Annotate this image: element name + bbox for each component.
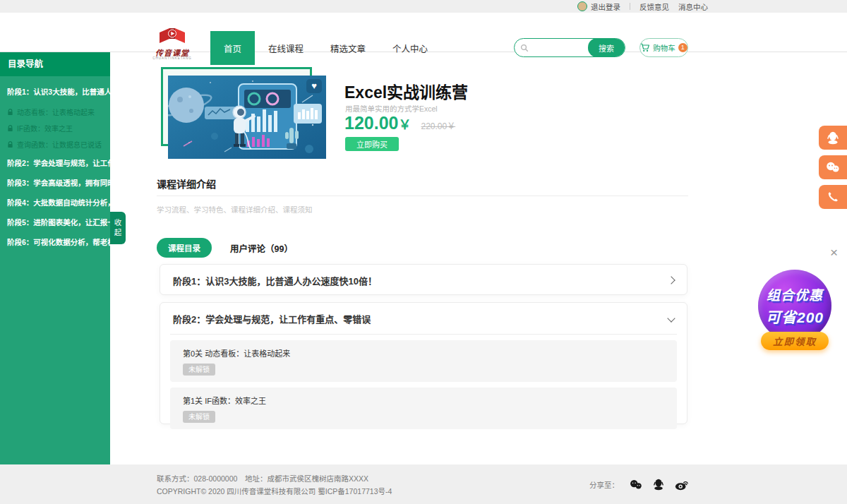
- detail-tabs: 课程目录 用户评论（99）: [157, 238, 293, 258]
- qq-icon: [827, 131, 839, 145]
- heart-icon: ♥: [311, 80, 317, 91]
- cart-icon: [640, 43, 650, 52]
- stage-card-2: 阶段2：学会处理与规范，让工作有重点、零错误 第0关 动态看板：让表格动起来 未…: [160, 302, 687, 424]
- locked-badge: 未解锁: [183, 364, 215, 376]
- main-nav: 首页 在线课程 精选文章 个人中心: [210, 31, 441, 65]
- chevron-down-icon: [667, 314, 675, 322]
- nav-item-articles[interactable]: 精选文章: [317, 31, 379, 65]
- topbar-divider: [630, 3, 630, 10]
- sidebar-lesson-0[interactable]: 动态看板：让表格动起来: [0, 104, 110, 120]
- nav-item-courses[interactable]: 在线课程: [255, 31, 317, 65]
- weibo-icon: [675, 479, 689, 491]
- lock-icon: [7, 109, 13, 116]
- logout-button[interactable]: 退出登录: [577, 1, 620, 12]
- chevron-right-icon: [667, 276, 675, 284]
- user-avatar: [577, 1, 587, 11]
- wechat-icon: [826, 162, 840, 173]
- catalog-sidebar: 目录导航 阶段1：认识3大技能，比普通人... 动态看板：让表格动起来 IF函数…: [0, 52, 110, 464]
- navbar: 传音课堂 CHUANYINKETANG 首页 在线课程 精选文章 个人中心 搜索…: [0, 13, 847, 52]
- cart-label: 购物车: [653, 42, 675, 53]
- share-wechat-button[interactable]: [630, 479, 642, 490]
- share-qq-button[interactable]: [653, 478, 664, 491]
- footer-text: 联系方式：028-0000000 地址：成都市武侯区槐树店南路XXXX COPY…: [157, 472, 392, 498]
- sidebar-stage-6[interactable]: 阶段6：可视化数据分析，帮老板...: [0, 232, 110, 251]
- share-bar: 分享至：: [589, 464, 689, 504]
- sidebar-stage-5[interactable]: 阶段5：进阶图表美化，让汇报一...: [0, 212, 110, 232]
- sidebar-title: 目录导航: [0, 52, 110, 76]
- sidebar-stage-2[interactable]: 阶段2：学会处理与规范，让工作...: [0, 153, 110, 172]
- sidebar-lesson-2[interactable]: 查询函数：让数据息已说话: [0, 136, 110, 152]
- detail-meta: 学习流程、学习特色、课程详细介绍、课程须知: [157, 204, 313, 215]
- sidebar-stage-3[interactable]: 阶段3：学会高级透视，拥有同时...: [0, 173, 110, 192]
- tab-catalog[interactable]: 课程目录: [157, 238, 212, 258]
- sidebar-lesson-1[interactable]: IF函数：效率之王: [0, 120, 110, 136]
- promo-line-1: 组合优惠: [767, 284, 823, 304]
- cart-count-badge: 1: [678, 43, 687, 52]
- promo-line-2: 可省200: [766, 306, 824, 327]
- original-price: 220.00￥: [421, 119, 455, 131]
- lesson-row-0[interactable]: 第0关 动态看板：让表格动起来 未解锁: [170, 340, 677, 382]
- phone-icon: [827, 191, 839, 203]
- favorite-button[interactable]: ♥: [306, 79, 322, 93]
- stage-2-header[interactable]: 阶段2：学会处理与规范，让工作有重点、零错误: [160, 303, 687, 334]
- buy-now-button[interactable]: 立即购买: [345, 137, 399, 151]
- wechat-contact-button[interactable]: [819, 155, 847, 179]
- topbar-user-cluster: 退出登录 反馈意见 消息中心: [577, 0, 708, 13]
- sidebar-stage-4[interactable]: 阶段4：大批数据自动统计分析，...: [0, 193, 110, 212]
- sidebar-collapse-button[interactable]: 收起: [110, 212, 126, 244]
- qq-icon: [653, 478, 664, 491]
- nav-item-profile[interactable]: 个人中心: [379, 31, 441, 65]
- nav-item-home[interactable]: 首页: [210, 31, 255, 65]
- stage-divider: [170, 334, 677, 335]
- sidebar-stage-1[interactable]: 阶段1：认识3大技能，比普通人...: [0, 76, 110, 104]
- search-icon: [520, 44, 529, 52]
- qq-contact-button[interactable]: [819, 126, 847, 150]
- phone-contact-button[interactable]: [819, 185, 847, 209]
- course-banner-image[interactable]: ♥: [168, 76, 326, 159]
- logout-label: 退出登录: [591, 1, 620, 12]
- messages-link[interactable]: 消息中心: [678, 1, 708, 12]
- search-input[interactable]: [529, 44, 588, 52]
- detail-heading: 课程详细介绍: [157, 176, 216, 191]
- promo-badge[interactable]: 组合优惠 可省200: [758, 270, 831, 342]
- footer-contact: 联系方式：028-0000000 地址：成都市武侯区槐树店南路XXXX: [157, 472, 392, 485]
- locked-badge: 未解锁: [183, 411, 215, 423]
- course-subtitle: 用最简单实用的方式学Excel: [345, 103, 438, 114]
- promo-claim-button[interactable]: 立即领取: [761, 332, 829, 350]
- promo-close-icon[interactable]: ×: [830, 246, 838, 259]
- topbar: 退出登录 反馈意见 消息中心: [0, 0, 847, 13]
- footer-copyright: COPYRIGHT© 2020 四川传音课堂科技有限公司 蜀ICP备170177…: [157, 485, 392, 498]
- footer: 联系方式：028-0000000 地址：成都市武侯区槐树店南路XXXX COPY…: [0, 464, 847, 504]
- search-box: 搜索: [514, 38, 625, 57]
- wechat-icon: [630, 479, 642, 490]
- stage-card-1: 阶段1：认识3大技能，比普通人办公速度快10倍！: [160, 264, 687, 295]
- brand-name: 传音课堂: [150, 49, 195, 56]
- search-button[interactable]: 搜索: [588, 38, 625, 57]
- feedback-link[interactable]: 反馈意见: [639, 1, 669, 12]
- lock-icon: [7, 141, 13, 148]
- course-title: Excel实战训练营: [344, 79, 468, 103]
- share-label: 分享至：: [589, 479, 619, 490]
- page: 退出登录 反馈意见 消息中心 传音课堂 CHUANYINKETANG 首页 在线…: [0, 0, 847, 504]
- brand-logo-icon: [157, 27, 188, 47]
- current-price: 120.00￥: [344, 113, 411, 133]
- lesson-row-1[interactable]: 第1关 IF函数：效率之王 未解锁: [170, 388, 677, 429]
- tab-comments[interactable]: 用户评论（99）: [230, 241, 293, 255]
- stage-1-header[interactable]: 阶段1：认识3大技能，比普通人办公速度快10倍！: [160, 265, 687, 296]
- section-divider: [157, 196, 688, 196]
- lock-icon: [7, 125, 13, 132]
- brand-subtitle: CHUANYINKETANG: [150, 56, 195, 61]
- share-weibo-button[interactable]: [675, 479, 689, 491]
- brand-logo[interactable]: 传音课堂 CHUANYINKETANG: [150, 27, 195, 61]
- price-row: 120.00￥ 220.00￥: [344, 113, 455, 133]
- cart-button[interactable]: 购物车 1: [639, 38, 688, 57]
